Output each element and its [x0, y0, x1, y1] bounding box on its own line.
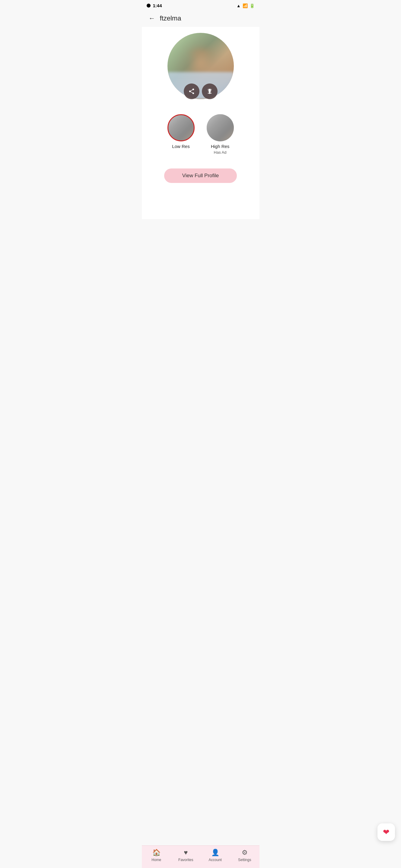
low-res-label: Low Res [172, 144, 190, 149]
status-icons: ▲ 📶 🔋 [236, 3, 255, 8]
high-res-blur [207, 114, 234, 141]
status-dot [147, 4, 150, 7]
action-buttons [184, 84, 218, 99]
download-button[interactable] [202, 84, 218, 99]
low-res-circle[interactable] [168, 114, 195, 141]
high-res-label: High Res [211, 144, 230, 149]
wifi-icon: ▲ [236, 3, 241, 8]
share-button[interactable] [184, 84, 199, 99]
high-res-circle[interactable] [207, 114, 234, 141]
signal-icon: 📶 [242, 3, 248, 8]
thumbnail-high-res[interactable]: High Res Has Ad [207, 114, 234, 155]
high-res-sublabel: Has Ad [214, 150, 227, 155]
view-profile-button[interactable]: View Full Profile [164, 168, 237, 183]
status-time: 1:44 [153, 3, 162, 8]
page-header: ← ftzelma [142, 10, 259, 27]
battery-icon: 🔋 [250, 3, 255, 8]
low-res-blur [168, 114, 195, 141]
download-icon [206, 88, 213, 95]
share-icon [188, 88, 195, 95]
profile-avatar-container [168, 33, 234, 99]
status-bar: 1:44 ▲ 📶 🔋 [142, 0, 259, 10]
back-button[interactable]: ← [147, 13, 157, 24]
thumbnail-row: Low Res High Res Has Ad [168, 114, 234, 155]
back-arrow-icon: ← [149, 14, 155, 22]
page-title: ftzelma [160, 14, 181, 22]
thumbnail-low-res[interactable]: Low Res [168, 114, 195, 155]
main-content: Low Res High Res Has Ad View Full Profil… [142, 27, 259, 219]
